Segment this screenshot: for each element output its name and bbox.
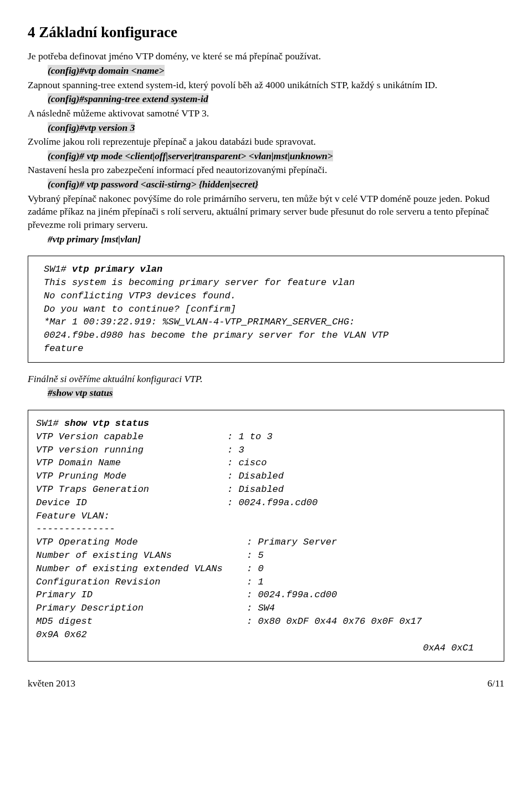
- terminal-line: Do you want to continue? [confirm]: [44, 304, 236, 314]
- status-val: : Disabled: [227, 470, 284, 483]
- terminal-line: This system is becoming primary server f…: [44, 277, 355, 288]
- cmd-vtp-password: (config)# vtp password <ascii-stirng> {h…: [48, 179, 258, 190]
- status-val: : 1 to 3: [227, 430, 273, 444]
- status-key: Device ID: [36, 496, 227, 510]
- terminal-output-status: SW1# show vtp status VTP Version capable…: [28, 410, 504, 662]
- paragraph-primary-server: Vybraný přepínač nakonec povýšíme do rol…: [28, 192, 504, 232]
- intro-paragraph: Je potřeba definovat jméno VTP domény, v…: [28, 50, 504, 63]
- terminal-line: 0024.f9be.d980 has become the primary se…: [44, 330, 388, 340]
- status-val: : 0: [247, 562, 264, 576]
- status-key: VTP Traps Generation: [36, 483, 227, 496]
- paragraph-activate-vtp3: A následně můžeme aktivovat samotné VTP …: [28, 107, 504, 120]
- status-val: : 0024.f99a.cd00: [227, 496, 318, 510]
- terminal-prompt: SW1#: [44, 264, 72, 274]
- status-key: VTP Pruning Mode: [36, 470, 227, 483]
- status-tail: 0x9A 0x62: [36, 629, 87, 640]
- cmd-vtp-primary: #vtp primary [mst|vlan]: [48, 233, 141, 245]
- status-val: : 0024.f99a.cd00: [247, 588, 337, 602]
- terminal-command: show vtp status: [64, 418, 149, 429]
- status-val: : 3: [227, 444, 244, 457]
- status-key: Number of existing VLANs: [36, 549, 247, 562]
- paragraph-stp: Zapnout spanning-tree extend system-id, …: [28, 79, 504, 92]
- footer-date: květen 2013: [28, 677, 75, 690]
- terminal-prompt: SW1#: [36, 418, 64, 429]
- status-val: : Disabled: [227, 483, 284, 496]
- status-plain: Feature VLAN:: [36, 511, 110, 521]
- terminal-line: *Mar 1 00:39:22.919: %SW_VLAN-4-VTP_PRIM…: [44, 317, 355, 327]
- footer-page-number: 6/11: [488, 677, 504, 690]
- status-key: VTP version running: [36, 444, 227, 457]
- status-val: : 0x80 0xDF 0x44 0x76 0x0F 0x17: [247, 615, 422, 628]
- section-heading: 4 Základní konfigurace: [28, 22, 504, 42]
- status-val: : 1: [247, 576, 264, 589]
- cmd-spanning-tree: (config)#spanning-tree extend system-id: [48, 93, 208, 104]
- status-key: VTP Domain Name: [36, 456, 227, 470]
- cmd-show-vtp-status: #show vtp status: [48, 387, 113, 398]
- status-key: Number of existing extended VLANs: [36, 562, 247, 576]
- cmd-vtp-version: (config)#vtp version 3: [48, 122, 135, 133]
- status-key: Configuration Revision: [36, 576, 247, 589]
- terminal-line: feature: [44, 343, 83, 354]
- status-key: Primary Description: [36, 602, 247, 615]
- cmd-vtp-domain: (config)#vtp domain <name>: [48, 65, 165, 76]
- paragraph-role: Zvolíme jakou roli reprezentuje přepínač…: [28, 135, 504, 149]
- status-key: VTP Operating Mode: [36, 536, 247, 549]
- status-tail: 0xA4 0xC1: [36, 642, 496, 655]
- paragraph-password: Nastavení hesla pro zabezpečení informac…: [28, 164, 504, 177]
- page-footer: květen 2013 6/11: [28, 677, 504, 690]
- status-val: : Primary Server: [247, 536, 337, 549]
- status-key: MD5 digest: [36, 615, 247, 628]
- terminal-line: No conflicting VTP3 devices found.: [44, 291, 236, 301]
- status-val: : cisco: [227, 456, 267, 470]
- status-val: : 5: [247, 549, 264, 562]
- terminal-output-primary: SW1# vtp primary vlan This system is bec…: [28, 256, 504, 363]
- status-key: VTP Version capable: [36, 430, 227, 444]
- status-plain: --------------: [36, 523, 115, 534]
- cmd-vtp-mode: (config)# vtp mode <client|off|server|tr…: [48, 150, 333, 161]
- terminal-command: vtp primary vlan: [72, 264, 162, 274]
- status-key: Primary ID: [36, 588, 247, 602]
- paragraph-final-verify: Finálně si ověříme aktuální konfiguraci …: [28, 373, 504, 386]
- status-val: : SW4: [247, 602, 275, 615]
